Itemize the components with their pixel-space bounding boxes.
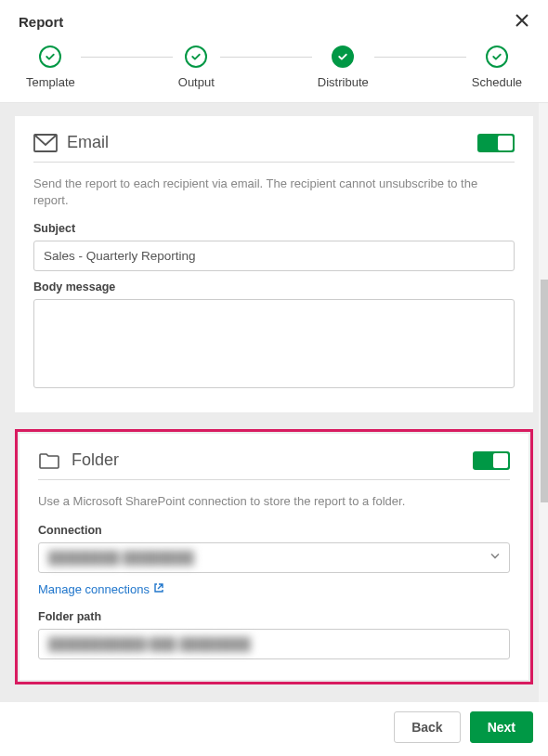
folder-section: Folder Use a Microsoft SharePoint connec… bbox=[20, 434, 528, 679]
step-label: Schedule bbox=[472, 75, 522, 89]
folder-path-input[interactable]: ███████████/███ ████████ bbox=[38, 629, 510, 659]
manage-connections-text: Manage connections bbox=[38, 582, 150, 596]
dialog-title: Report bbox=[19, 14, 63, 30]
step-output[interactable]: Output bbox=[178, 46, 215, 89]
step-connector bbox=[220, 57, 312, 58]
step-schedule[interactable]: Schedule bbox=[472, 46, 522, 89]
folder-description: Use a Microsoft SharePoint connection to… bbox=[38, 493, 510, 510]
folder-path-label: Folder path bbox=[38, 610, 510, 623]
folder-toggle[interactable] bbox=[473, 451, 510, 470]
connection-select[interactable]: ████████ ████████ bbox=[38, 542, 510, 573]
email-description: Send the report to each recipient via em… bbox=[33, 176, 515, 209]
footer-actions: Back Next bbox=[0, 702, 548, 756]
step-distribute[interactable]: Distribute bbox=[318, 46, 369, 89]
wizard-stepper: Template Output Distribute Schedule bbox=[0, 40, 548, 103]
external-link-icon bbox=[153, 582, 164, 596]
body-label: Body message bbox=[33, 280, 515, 293]
step-connector bbox=[374, 57, 466, 58]
email-title: Email bbox=[67, 133, 109, 152]
scrollbar[interactable] bbox=[539, 103, 548, 740]
next-button[interactable]: Next bbox=[470, 711, 533, 743]
step-label: Output bbox=[178, 75, 215, 89]
folder-highlight: Folder Use a Microsoft SharePoint connec… bbox=[15, 429, 533, 684]
close-icon[interactable] bbox=[515, 13, 529, 31]
connection-label: Connection bbox=[38, 524, 510, 537]
back-button[interactable]: Back bbox=[394, 711, 460, 743]
step-label: Template bbox=[26, 75, 75, 89]
subject-input[interactable] bbox=[33, 241, 515, 271]
content-area: Email Send the report to each recipient … bbox=[0, 103, 548, 740]
connection-value: ████████ ████████ bbox=[48, 551, 194, 565]
folder-path-value: ███████████/███ ████████ bbox=[48, 637, 251, 651]
manage-connections-link[interactable]: Manage connections bbox=[38, 582, 164, 596]
step-label: Distribute bbox=[318, 75, 369, 89]
step-connector bbox=[81, 57, 173, 58]
body-textarea[interactable] bbox=[33, 299, 515, 388]
email-section: Email Send the report to each recipient … bbox=[15, 116, 533, 412]
step-template[interactable]: Template bbox=[26, 46, 75, 89]
email-toggle[interactable] bbox=[477, 134, 515, 152]
subject-label: Subject bbox=[33, 222, 515, 235]
email-icon bbox=[33, 134, 56, 152]
folder-title: Folder bbox=[72, 450, 119, 470]
folder-icon bbox=[38, 451, 60, 470]
